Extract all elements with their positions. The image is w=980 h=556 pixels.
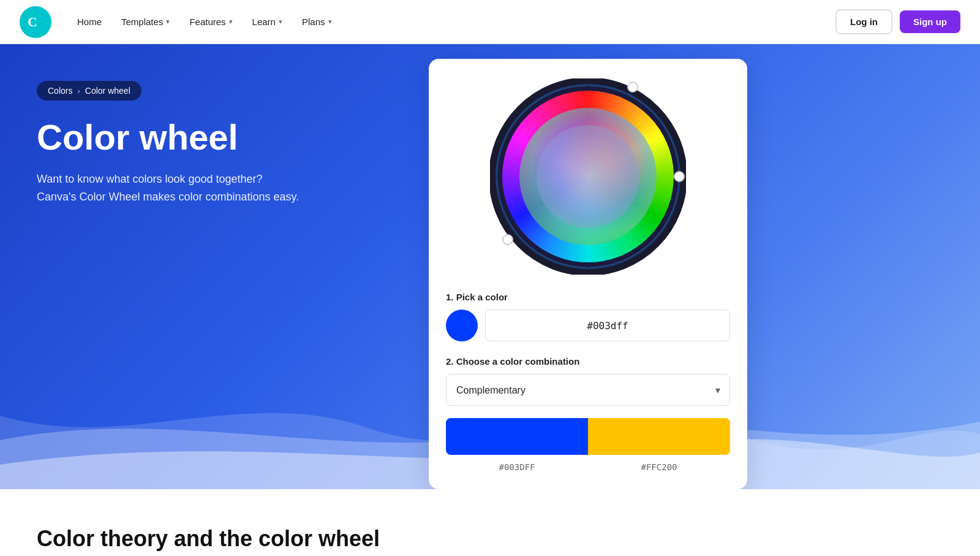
- breadcrumb-parent[interactable]: Colors: [48, 86, 72, 96]
- step1-label: 1. Pick a color: [446, 292, 730, 302]
- color-wheel-container: [446, 78, 730, 275]
- wheel-handle-bottom[interactable]: [502, 234, 513, 245]
- signup-button[interactable]: Sign up: [900, 10, 960, 33]
- color-pick-row: [446, 310, 730, 341]
- color-wheel-wrapper[interactable]: [490, 78, 686, 275]
- combo-select-wrapper: ComplementaryMonochromaticAnalogousTriad…: [446, 374, 730, 406]
- section-title: Color theory and the color wheel: [37, 526, 943, 552]
- color-labels: #003DFF #FFC200: [446, 462, 730, 472]
- color-bar-primary[interactable]: [446, 418, 588, 455]
- breadcrumb-current: Color wheel: [85, 86, 130, 96]
- step2-label: 2. Choose a color combination: [446, 356, 730, 367]
- breadcrumb-separator: ›: [77, 86, 80, 96]
- canva-logo[interactable]: C: [20, 6, 51, 38]
- color-wheel-center: [537, 125, 639, 228]
- breadcrumb: Colors › Color wheel: [37, 81, 141, 101]
- chevron-down-icon: ▾: [166, 18, 170, 26]
- page-title: Color wheel: [37, 118, 392, 157]
- nav-links: Home Templates ▾ Features ▾ Learn ▾ Plan…: [69, 12, 835, 32]
- nav-learn[interactable]: Learn ▾: [244, 12, 291, 32]
- wheel-handle-top[interactable]: [627, 82, 638, 93]
- nav-home[interactable]: Home: [69, 12, 110, 32]
- chevron-down-icon: ▾: [328, 18, 332, 26]
- nav-templates[interactable]: Templates ▾: [113, 12, 178, 32]
- nav-plans[interactable]: Plans ▾: [293, 12, 341, 32]
- navbar: C Home Templates ▾ Features ▾ Learn ▾ Pl…: [0, 0, 980, 44]
- color-swatch[interactable]: [446, 310, 478, 341]
- color-label-primary: #003DFF: [446, 462, 588, 472]
- nav-features[interactable]: Features ▾: [181, 12, 241, 32]
- hero-section: Colors › Color wheel Color wheel Want to…: [0, 44, 980, 489]
- color-result-bars: [446, 418, 730, 455]
- color-wheel-card: 1. Pick a color 2. Choose a color combin…: [429, 59, 747, 489]
- nav-actions: Log in Sign up: [835, 9, 960, 34]
- login-button[interactable]: Log in: [835, 9, 892, 34]
- svg-text:C: C: [28, 15, 37, 29]
- hero-description: Want to know what colors look good toget…: [37, 170, 392, 206]
- color-label-complementary: #FFC200: [588, 462, 730, 472]
- color-bar-complementary[interactable]: [588, 418, 730, 455]
- color-input[interactable]: [485, 310, 730, 341]
- wheel-handle-right[interactable]: [674, 171, 685, 182]
- chevron-down-icon: ▾: [229, 18, 233, 26]
- combination-select[interactable]: ComplementaryMonochromaticAnalogousTriad…: [446, 374, 730, 406]
- chevron-down-icon: ▾: [279, 18, 282, 26]
- hero-content: Colors › Color wheel Color wheel Want to…: [0, 44, 429, 205]
- bottom-content: Color theory and the color wheel Ever wo…: [0, 489, 980, 556]
